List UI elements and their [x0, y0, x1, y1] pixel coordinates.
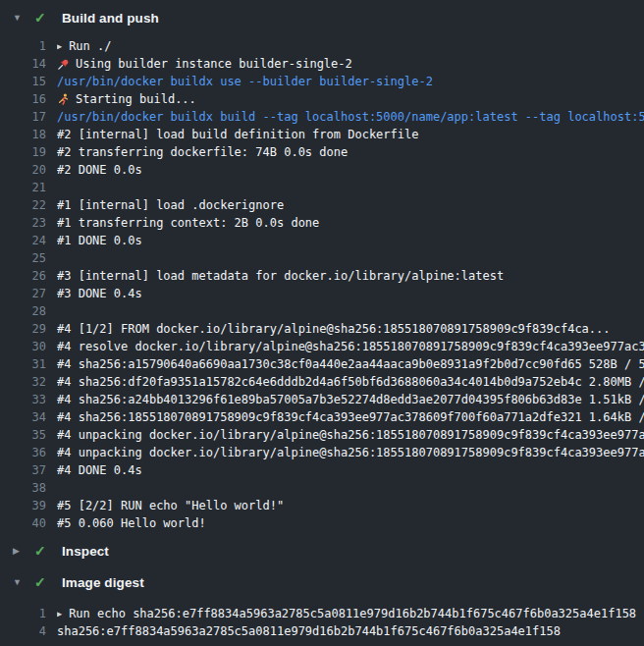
line-number[interactable]: 28 [0, 302, 46, 320]
line-number[interactable]: 33 [0, 391, 46, 408]
log-line: 21 [0, 179, 644, 196]
line-number[interactable]: 26 [0, 267, 46, 285]
line-number[interactable]: 27 [0, 285, 46, 302]
log-text: #1 DONE 0.0s [57, 232, 644, 249]
line-number[interactable]: 18 [0, 126, 46, 143]
log-block-image-digest: 1▶Run echo sha256:e7ff8834a5963a2785c5a0… [0, 605, 644, 640]
log-text: ▶Run echo sha256:e7ff8834a5963a2785c5a08… [57, 605, 644, 622]
check-icon: ✓ [34, 544, 50, 558]
log-line: 29#4 [1/2] FROM docker.io/library/alpine… [0, 320, 644, 338]
log-line: 31#4 sha256:a15790640a6690aa1730c38cf0a4… [0, 355, 644, 373]
line-number[interactable]: 35 [0, 426, 46, 444]
log-message: #4 unpacking docker.io/library/alpine@sh… [57, 426, 644, 444]
line-number[interactable]: 21 [0, 179, 46, 196]
log-line: 35#4 unpacking docker.io/library/alpine@… [0, 426, 644, 444]
log-line: 1▶Run echo sha256:e7ff8834a5963a2785c5a0… [0, 605, 644, 622]
line-number[interactable]: 23 [0, 214, 46, 232]
chevron-right-icon[interactable]: ▶ [13, 547, 23, 556]
log-line: 16Starting build... [0, 90, 644, 108]
log-text: #1 transferring context: 2B 0.0s done [57, 214, 644, 232]
section-header-inspect[interactable]: ▶✓Inspect [0, 535, 644, 566]
pushpin-icon [57, 58, 70, 71]
log-message: #2 transferring dockerfile: 74B 0.0s don… [57, 143, 348, 161]
log-message: #2 [internal] load build definition from… [57, 126, 418, 143]
line-number[interactable]: 25 [0, 249, 46, 267]
log-message: #4 unpacking docker.io/library/alpine@sh… [57, 444, 644, 461]
line-number[interactable]: 34 [0, 408, 46, 426]
log-text: ▶Run ./ [57, 37, 644, 55]
check-icon: ✓ [34, 11, 50, 25]
section-header-image-digest[interactable]: ▼✓Image digest [0, 566, 644, 598]
log-message: Using builder instance builder-single-2 [76, 55, 352, 73]
log-message: sha256:e7ff8834a5963a2785c5a0811e979d16b… [57, 622, 561, 640]
log-line: 14Using builder instance builder-single-… [0, 55, 644, 73]
log-text: #5 [2/2] RUN echo "Hello world!" [57, 497, 644, 514]
chevron-down-icon[interactable]: ▼ [13, 14, 23, 23]
line-number[interactable]: 19 [0, 143, 46, 161]
log-message: #4 resolve docker.io/library/alpine@sha2… [57, 338, 644, 355]
log-line: 28 [0, 302, 644, 320]
log-text: #1 [internal] load .dockerignore [57, 196, 644, 214]
line-number[interactable]: 40 [0, 514, 46, 532]
log-text: Starting build... [57, 90, 644, 108]
log-text: #4 DONE 0.4s [57, 461, 644, 479]
line-number[interactable]: 32 [0, 373, 46, 391]
expand-marker-icon[interactable]: ▶ [57, 42, 62, 51]
line-number[interactable]: 20 [0, 161, 46, 179]
line-number[interactable]: 39 [0, 497, 46, 514]
section-header-build-and-push[interactable]: ▼✓Build and push [0, 2, 644, 33]
log-message: #4 sha256:185518070891758909c9f839cf4ca3… [57, 408, 644, 426]
log-block-build-and-push: 1▶Run ./14Using builder instance builder… [0, 37, 644, 532]
expand-marker-icon[interactable]: ▶ [57, 610, 62, 619]
log-line: 24#1 DONE 0.0s [0, 232, 644, 249]
line-number[interactable]: 38 [0, 479, 46, 497]
chevron-down-icon[interactable]: ▼ [13, 578, 23, 587]
line-number[interactable]: 17 [0, 108, 46, 126]
log-line: 23#1 transferring context: 2B 0.0s done [0, 214, 644, 232]
line-number[interactable]: 15 [0, 73, 46, 90]
log-text: /usr/bin/docker buildx build --tag local… [57, 108, 644, 126]
line-number[interactable]: 36 [0, 444, 46, 461]
log-message: #4 sha256:a24bb4013296f61e89ba57005a7b3e… [57, 391, 644, 408]
log-text: /usr/bin/docker buildx use --builder bui… [57, 73, 644, 90]
line-number[interactable]: 24 [0, 232, 46, 249]
log-message: #3 DONE 0.4s [57, 285, 142, 302]
runner-icon [57, 93, 70, 106]
line-number[interactable]: 30 [0, 338, 46, 355]
log-message: #4 sha256:a15790640a6690aa1730c38cf0a440… [57, 355, 644, 373]
line-number[interactable]: 4 [0, 622, 46, 640]
line-number[interactable]: 31 [0, 355, 46, 373]
log-text: #4 sha256:df20fa9351a15782c64e6dddb2d4a6… [57, 373, 644, 391]
log-line: 37#4 DONE 0.4s [0, 461, 644, 479]
log-line: 30#4 resolve docker.io/library/alpine@sh… [0, 338, 644, 355]
line-number[interactable]: 1 [0, 605, 46, 622]
log-message: Run ./ [69, 37, 111, 55]
log-message: #5 0.060 Hello world! [57, 514, 206, 532]
section-title: Image digest [62, 575, 144, 590]
line-number[interactable]: 16 [0, 90, 46, 108]
line-number[interactable]: 14 [0, 55, 46, 73]
log-line: 25 [0, 249, 644, 267]
log-text: #2 transferring dockerfile: 74B 0.0s don… [57, 143, 644, 161]
line-number[interactable]: 1 [0, 37, 46, 55]
log-line: 22#1 [internal] load .dockerignore [0, 196, 644, 214]
log-message: #4 [1/2] FROM docker.io/library/alpine@s… [57, 320, 611, 338]
log-text: #4 sha256:185518070891758909c9f839cf4ca3… [57, 408, 644, 426]
log-message: Run echo sha256:e7ff8834a5963a2785c5a081… [69, 605, 636, 622]
log-line: 39#5 [2/2] RUN echo "Hello world!" [0, 497, 644, 514]
line-number[interactable]: 29 [0, 320, 46, 338]
log-text: #4 resolve docker.io/library/alpine@sha2… [57, 338, 644, 355]
log-line: 36#4 unpacking docker.io/library/alpine@… [0, 444, 644, 461]
actions-log-viewer: ▼✓Build and push1▶Run ./14Using builder … [0, 0, 644, 640]
log-message: #4 sha256:df20fa9351a15782c64e6dddb2d4a6… [57, 373, 644, 391]
log-line: 20#2 DONE 0.0s [0, 161, 644, 179]
log-message: Starting build... [76, 90, 196, 108]
log-line: 18#2 [internal] load build definition fr… [0, 126, 644, 143]
log-message: #1 DONE 0.0s [57, 232, 142, 249]
log-text: #4 sha256:a15790640a6690aa1730c38cf0a440… [57, 355, 644, 373]
log-line: 4sha256:e7ff8834a5963a2785c5a0811e979d16… [0, 622, 644, 640]
log-text: #4 unpacking docker.io/library/alpine@sh… [57, 426, 644, 444]
line-number[interactable]: 37 [0, 461, 46, 479]
line-number[interactable]: 22 [0, 196, 46, 214]
log-text: #4 sha256:a24bb4013296f61e89ba57005a7b3e… [57, 391, 644, 408]
